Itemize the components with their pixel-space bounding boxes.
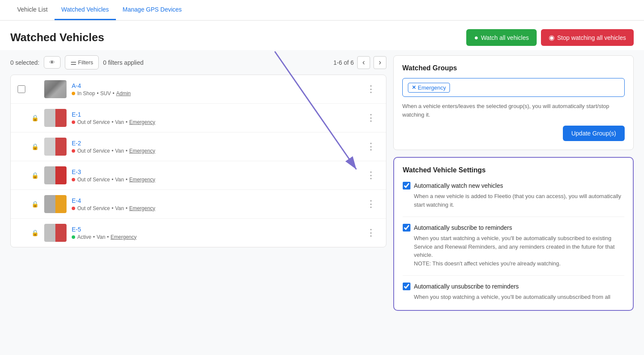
vehicle-list: A-4 In Shop • SUV • Admin ⋮ 🔒 [10, 75, 386, 247]
type-text-e4: Van [115, 205, 124, 211]
header-actions: ● Watch all vehicles ◉ Stop watching all… [466, 29, 634, 46]
status-dot-e5 [72, 235, 75, 239]
setting-2-label-text: Automatically subscribe to reminders [414, 224, 512, 231]
emergency-tag[interactable]: ✕ Emergency [408, 83, 450, 93]
lock-icon-e5: 🔒 [30, 229, 39, 236]
vehicle-meta-e3: Out of Service • Van • Emergency [72, 177, 358, 183]
group-text-e4: Emergency [129, 205, 155, 211]
filters-applied: 0 filters applied [103, 59, 143, 66]
selected-count: 0 selected: [10, 59, 39, 66]
status-dot-e2 [72, 149, 75, 153]
setting-label-3[interactable]: Automatically unsubscribe to reminders [403, 283, 624, 290]
setting-label-2[interactable]: Automatically subscribe to reminders [403, 224, 624, 232]
nav-tab-watched-vehicles[interactable]: Watched Vehicles [55, 0, 116, 20]
setting-3-label-text: Automatically unsubscribe to reminders [414, 283, 519, 290]
setting-1-desc: When a new vehicle is added to Fleetio (… [403, 192, 624, 209]
setting-checkbox-2[interactable] [403, 224, 410, 232]
page-header: Watched Vehicles ● Watch all vehicles ◉ … [0, 21, 644, 50]
vehicle-thumbnail-a4 [44, 80, 67, 98]
group-text-e5: Emergency [111, 234, 137, 240]
stop-watch-label: Stop watching all vehicles [557, 34, 626, 41]
page-title: Watched Vehicles [10, 31, 104, 44]
setting-3-desc: When you stop watching a vehicle, you'll… [403, 293, 624, 301]
status-dot-a4 [72, 92, 75, 95]
watched-vehicle-settings-section: Watched Vehicle Settings Automatically w… [393, 157, 634, 311]
vehicle-meta-e5: Active • Van • Emergency [72, 234, 358, 240]
filters-label: Filters [78, 59, 93, 66]
filters-button[interactable]: ⚌ Filters [65, 55, 99, 69]
pagination-info: 1-6 of 6 [334, 59, 354, 66]
setting-checkbox-1[interactable] [403, 182, 410, 190]
lock-icon-e2: 🔒 [30, 143, 39, 150]
filters-icon: ⚌ [70, 58, 76, 66]
settings-title: Watched Vehicle Settings [403, 166, 624, 174]
setting-item-2: Automatically subscribe to reminders Whe… [403, 224, 624, 268]
table-row: 🔒 E-2 Out of Service • Van • Emergency ⋮ [11, 132, 386, 161]
vehicle-thumbnail-e5 [44, 224, 67, 242]
lock-icon-e1: 🔒 [30, 114, 39, 121]
more-menu-e1[interactable]: ⋮ [363, 111, 379, 125]
vehicle-meta-e4: Out of Service • Van • Emergency [72, 205, 358, 211]
pagination: 1-6 of 6 ‹ › [334, 56, 386, 69]
status-dot-e3 [72, 178, 75, 181]
vehicle-meta-e2: Out of Service • Van • Emergency [72, 148, 358, 154]
table-row: 🔒 E-4 Out of Service • Van • Emergency ⋮ [11, 190, 386, 219]
vehicle-thumbnail-e4 [44, 195, 67, 213]
vehicle-thumbnail-e3 [44, 166, 67, 184]
table-row: A-4 In Shop • SUV • Admin ⋮ [11, 75, 386, 104]
pagination-next[interactable]: › [374, 56, 386, 69]
vehicle-info-e1: E-1 Out of Service • Van • Emergency [72, 111, 358, 125]
more-menu-e5[interactable]: ⋮ [363, 226, 379, 240]
pagination-prev[interactable]: ‹ [357, 56, 370, 69]
row-checkbox-a4[interactable] [18, 85, 25, 93]
settings-divider-1 [403, 217, 624, 217]
vehicle-name-e1[interactable]: E-1 [72, 111, 81, 118]
vehicle-name-e4[interactable]: E-4 [72, 197, 81, 204]
top-nav: Vehicle List Watched Vehicles Manage GPS… [0, 0, 644, 21]
setting-checkbox-3[interactable] [403, 283, 410, 290]
right-panel: Watched Groups ✕ Emergency When a vehicl… [393, 55, 634, 349]
hide-button[interactable]: 👁 [44, 56, 61, 69]
setting-1-label-text: Automatically watch new vehicles [414, 182, 503, 189]
toolbar: 0 selected: 👁 ⚌ Filters 0 filters applie… [10, 55, 386, 69]
setting-item-3: Automatically unsubscribe to reminders W… [403, 283, 624, 301]
watch-all-button[interactable]: ● Watch all vehicles [466, 29, 536, 46]
vehicle-info-e5: E-5 Active • Van • Emergency [72, 226, 358, 240]
group-text-e2: Emergency [129, 148, 155, 154]
vehicle-name-e2[interactable]: E-2 [72, 140, 81, 147]
table-row: 🔒 E-3 Out of Service • Van • Emergency ⋮ [11, 161, 386, 190]
vehicle-name-a4[interactable]: A-4 [72, 82, 81, 89]
type-text-e1: Van [115, 119, 124, 125]
separator1: • [97, 90, 98, 96]
stop-watch-icon: ◉ [549, 33, 555, 42]
vehicle-name-e3[interactable]: E-3 [72, 168, 81, 175]
more-menu-e3[interactable]: ⋮ [363, 168, 379, 183]
more-menu-e2[interactable]: ⋮ [363, 139, 379, 154]
status-dot-e1 [72, 120, 75, 124]
lock-icon-e4: 🔒 [30, 201, 39, 208]
tag-label: Emergency [418, 84, 446, 91]
vehicle-name-e5[interactable]: E-5 [72, 226, 81, 233]
status-text-e3: Out of Service [77, 177, 110, 183]
eye-off-icon: 👁 [49, 59, 55, 66]
vehicle-thumbnail-e1 [44, 109, 67, 127]
group-tags-container[interactable]: ✕ Emergency [402, 78, 625, 97]
setting-label-1[interactable]: Automatically watch new vehicles [403, 182, 624, 190]
status-text-e2: Out of Service [77, 148, 110, 154]
watched-groups-section: Watched Groups ✕ Emergency When a vehicl… [393, 55, 634, 150]
type-text-e5: Van [97, 234, 105, 240]
vehicle-info-a4: A-4 In Shop • SUV • Admin [72, 82, 358, 96]
nav-tab-manage-gps[interactable]: Manage GPS Devices [116, 0, 189, 20]
status-text-a4: In Shop [77, 90, 95, 96]
more-menu-e4[interactable]: ⋮ [363, 197, 379, 211]
separator2: • [112, 90, 114, 96]
tag-remove-icon[interactable]: ✕ [412, 84, 416, 90]
more-menu-a4[interactable]: ⋮ [363, 82, 379, 96]
stop-watch-button[interactable]: ◉ Stop watching all vehicles [541, 29, 634, 46]
nav-tab-vehicle-list[interactable]: Vehicle List [10, 0, 55, 20]
vehicle-info-e4: E-4 Out of Service • Van • Emergency [72, 197, 358, 211]
watched-groups-description: When a vehicle enters/leaves the selecte… [402, 102, 625, 119]
table-row: 🔒 E-5 Active • Van • Emergency ⋮ [11, 219, 386, 247]
group-text-a4: Admin [116, 90, 131, 96]
update-groups-button[interactable]: Update Group(s) [563, 126, 625, 141]
